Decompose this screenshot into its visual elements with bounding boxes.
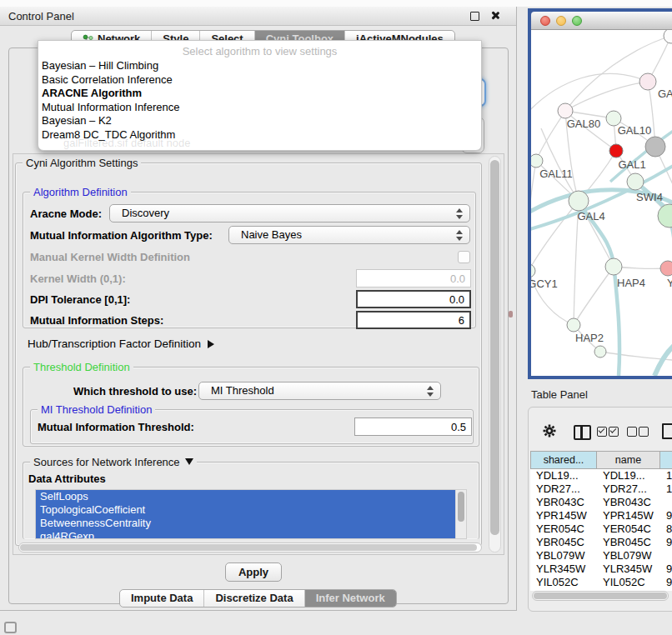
popup-item[interactable]: Basic Correlation Inference [38, 73, 481, 88]
node-gal11[interactable] [531, 154, 543, 168]
aracne-mode-label: Aracne Mode: [30, 208, 102, 220]
table-row[interactable]: YBR045CYBR045C9. [530, 536, 672, 549]
threshold-definition-group: Threshold Definition Which threshold to … [23, 367, 479, 447]
popup-item[interactable]: Bayesian – Hill Climbing [38, 59, 481, 73]
network-canvas[interactable]: GAL80 GAL10 GAL1 GAL11 SWI4 GAL4 GCY1 HA… [531, 30, 672, 376]
which-threshold-select[interactable]: MI Threshold [198, 382, 441, 400]
table-row[interactable]: YER054CYER054C8. [530, 522, 672, 536]
kernel-width-label: Kernel Width (0,1): [30, 272, 126, 285]
mi-steps-label: Mutual Information Steps: [30, 314, 163, 327]
checked-box-icon[interactable] [609, 427, 619, 437]
node-hap4[interactable] [605, 258, 622, 275]
node-red-gal1[interactable] [609, 144, 623, 158]
popup-item[interactable]: Mutual Information Inference [38, 101, 481, 115]
label-gal-partial: GAL [658, 88, 672, 100]
control-panel-titlebar[interactable]: Control Panel [0, 7, 516, 26]
list-scrollbar[interactable] [455, 490, 466, 538]
table-row[interactable]: YIL052CYIL052C9. [530, 576, 672, 591]
mac-close-icon[interactable] [540, 16, 550, 26]
mac-minimize-icon[interactable] [556, 16, 566, 26]
aracne-mode-value: Discovery [122, 207, 169, 219]
manual-kernel-width-checkbox[interactable] [458, 251, 470, 263]
sources-group: Sources for Network Inference Data Attri… [23, 462, 479, 539]
collapse-down-icon[interactable] [185, 458, 193, 465]
node-gal80[interactable] [558, 103, 573, 118]
expand-right-icon[interactable] [208, 340, 214, 348]
stepper-arrows-icon [427, 385, 434, 398]
node-partial-top[interactable] [664, 30, 672, 43]
unchecked-box-icon[interactable] [627, 427, 637, 437]
column-header-partial[interactable] [660, 451, 672, 469]
threshold-definition-title: Threshold Definition [30, 361, 133, 373]
apply-button[interactable]: Apply [225, 562, 282, 582]
label-gal11: GAL11 [539, 168, 573, 180]
label-hap4: HAP4 [617, 277, 645, 289]
split-columns-icon[interactable] [574, 425, 591, 440]
table-row[interactable]: YDR27...YDR27...12 [530, 482, 672, 496]
node-pink-top[interactable] [639, 73, 656, 90]
network-window-titlebar[interactable] [531, 12, 672, 30]
network-view-window: GAL80 GAL10 GAL1 GAL11 SWI4 GAL4 GCY1 HA… [528, 8, 672, 379]
label-gal4: GAL4 [577, 210, 604, 222]
node-gray[interactable] [645, 137, 665, 157]
label-gal80: GAL80 [567, 118, 600, 130]
checked-box-icon[interactable] [597, 427, 607, 437]
table-row[interactable]: YLR345WYLR345W9. [530, 562, 672, 576]
algorithm-select-popup: Select algorithm to view settings Bayesi… [38, 40, 482, 151]
aracne-mode-select[interactable]: Discovery [109, 204, 470, 222]
list-item[interactable]: TopologicalCoefficient [36, 503, 466, 517]
group-title: Cyni Algorithm Settings [23, 157, 141, 169]
list-item[interactable]: SelfLoops [36, 490, 466, 503]
document-icon[interactable] [662, 423, 672, 439]
column-header-name[interactable]: name [597, 451, 660, 469]
mi-steps-input[interactable] [356, 311, 471, 329]
node-bottom[interactable] [594, 346, 606, 358]
table-hscrollbar[interactable] [532, 591, 669, 601]
manual-kernel-width-label: Manual Kernel Width Definition [30, 251, 190, 263]
label-swi4: SWI4 [636, 191, 663, 203]
screen: Control Panel Network Style Select Cyni … [0, 0, 672, 635]
list-item[interactable]: BetweennessCentrality [36, 517, 466, 530]
data-attributes-list[interactable]: SelfLoops TopologicalCoefficient Between… [35, 489, 467, 539]
algorithm-definition-group: Algorithm Definition Aracne Mode: Discov… [23, 192, 476, 328]
docked-panel-icon[interactable] [4, 622, 17, 633]
list-item[interactable]: gal4RGexp [36, 530, 466, 539]
node-big-green[interactable] [658, 204, 672, 228]
settings-viewport: Cyni Algorithm Settings Algorithm Defini… [13, 153, 504, 555]
settings-hscrollbar[interactable] [18, 542, 482, 552]
table-panel-title: Table Panel [531, 388, 588, 401]
float-window-icon[interactable] [470, 12, 479, 21]
mi-threshold-input[interactable] [354, 418, 472, 436]
node-gcy1[interactable] [531, 264, 535, 278]
node-swi4[interactable] [627, 173, 644, 190]
popup-item-selected[interactable]: ARACNE Algorithm [38, 87, 481, 101]
top-strip [0, 0, 672, 7]
column-header-shared[interactable]: shared... [530, 451, 597, 469]
network-graph[interactable]: GAL80 GAL10 GAL1 GAL11 SWI4 GAL4 GCY1 HA… [531, 30, 672, 376]
mi-algorithm-type-select[interactable]: Naive Bayes [228, 226, 470, 244]
table-row[interactable]: YPR145WYPR145W9. [530, 509, 672, 522]
node-gal4[interactable] [569, 191, 589, 211]
mac-zoom-icon[interactable] [572, 16, 582, 26]
settings-vscrollbar[interactable] [489, 156, 501, 552]
ghost-combo-text: galFiltered.sif default node [63, 137, 190, 149]
popup-item[interactable]: Bayesian – K2 [38, 114, 481, 128]
kernel-width-input[interactable] [356, 269, 471, 288]
popup-prompt: Select algorithm to view settings [38, 41, 481, 59]
unchecked-box-icon[interactable] [639, 427, 649, 437]
mi-threshold-definition-group: MI Threshold Definition Mutual Informati… [30, 409, 474, 444]
table-row[interactable]: YBL079WYBL079W [530, 549, 672, 562]
tab-infer-network[interactable]: Infer Network [304, 590, 396, 607]
tab-discretize-data[interactable]: Discretize Data [203, 590, 303, 607]
dpi-tolerance-input[interactable] [356, 290, 471, 308]
node-salmon[interactable] [660, 261, 672, 276]
node-hap2[interactable] [567, 318, 580, 332]
table-row[interactable]: YBR043CYBR043C [530, 496, 672, 509]
tab-impute-data[interactable]: Impute Data [120, 590, 203, 607]
control-panel-window: Control Panel Network Style Select Cyni … [0, 7, 517, 611]
table-row[interactable]: YDL19...YDL19...13 [530, 469, 672, 482]
hub-definition-expander[interactable]: Hub/Transcription Factor Definition [28, 338, 214, 350]
pane-splitter-handle[interactable] [509, 311, 513, 318]
gear-icon[interactable] [543, 424, 556, 438]
close-icon[interactable] [490, 11, 499, 20]
